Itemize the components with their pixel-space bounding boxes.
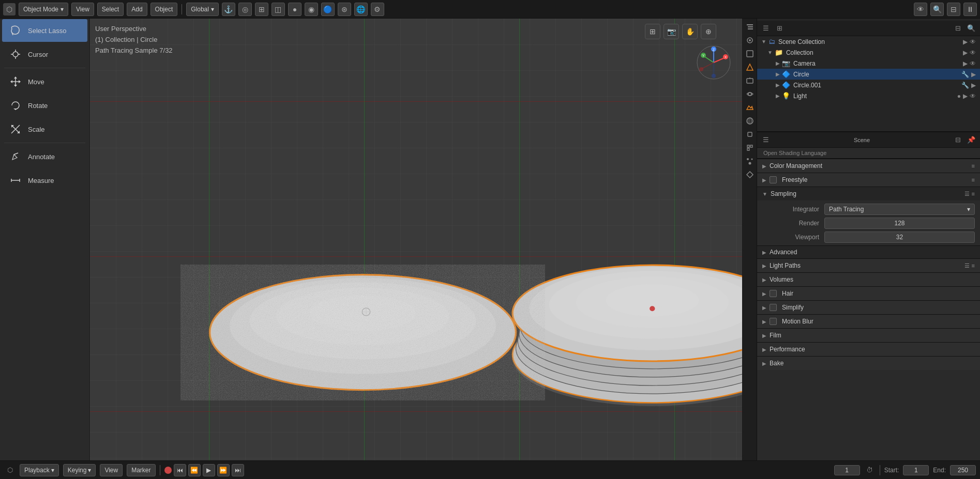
circle-item[interactable]: ▶ 🔷 Circle 🔧 ▶ bbox=[757, 69, 980, 80]
keying-dropdown[interactable]: Keying ▾ bbox=[63, 464, 96, 476]
world-icon[interactable] bbox=[744, 115, 756, 127]
view-icon[interactable] bbox=[744, 88, 756, 100]
advanced-subsection[interactable]: Advanced bbox=[757, 245, 980, 258]
color-management-section[interactable]: Color Management ≡ bbox=[757, 159, 980, 173]
circ001-restrict[interactable]: ▶ bbox=[971, 82, 976, 89]
editor-type-btn[interactable]: ⬡ bbox=[4, 465, 16, 476]
object-props-icon[interactable] bbox=[744, 128, 756, 141]
light-dot[interactable]: ● bbox=[957, 92, 961, 100]
physics-icon[interactable] bbox=[744, 168, 756, 181]
camera-item[interactable]: ▶ 📷 Camera ▶ 👁 bbox=[757, 58, 980, 69]
view-dropdown[interactable]: View bbox=[100, 464, 123, 476]
eye-icon[interactable]: 👁 bbox=[970, 38, 976, 45]
pause-btn[interactable]: ⏸ bbox=[963, 3, 977, 16]
freestyle-section[interactable]: Freestyle ≡ bbox=[757, 173, 980, 187]
circ-wrench[interactable]: 🔧 bbox=[961, 71, 969, 78]
motion-blur-checkbox[interactable] bbox=[770, 318, 777, 325]
viewport-value[interactable]: 32 bbox=[824, 231, 975, 243]
outliner-icon-btn[interactable]: ⊞ bbox=[774, 23, 785, 34]
proportional-edit[interactable]: ◎ bbox=[238, 3, 252, 16]
props-pin-btn[interactable]: 📌 bbox=[966, 134, 977, 146]
circle001-item[interactable]: ▶ 🔷 Circle.001 🔧 ▶ bbox=[757, 80, 980, 90]
cam-restrict-1[interactable]: ▶ bbox=[963, 60, 968, 67]
view-layer-icon[interactable] bbox=[744, 48, 756, 60]
integrator-dropdown[interactable]: Path Tracing ▾ bbox=[824, 204, 975, 215]
render-value[interactable]: 128 bbox=[824, 218, 975, 229]
play-btn[interactable]: ▶ bbox=[203, 464, 215, 476]
display-mode-3[interactable]: 🔵 bbox=[321, 3, 335, 16]
transform-orient-dropdown[interactable]: Global ▾ bbox=[186, 3, 219, 16]
scene-collection-item[interactable]: ▼ 🗂 Scene Collection ▶ 👁 bbox=[757, 36, 980, 47]
display-mode-5[interactable]: 🌐 bbox=[354, 3, 368, 16]
step-back-btn[interactable]: ⏪ bbox=[188, 464, 201, 476]
hair-checkbox[interactable] bbox=[770, 290, 777, 297]
performance-section[interactable]: Performance bbox=[757, 342, 980, 356]
light-restrict[interactable]: ▶ bbox=[963, 92, 968, 100]
simplify-section[interactable]: Simplify bbox=[757, 300, 980, 314]
cam-eye[interactable]: 👁 bbox=[970, 60, 976, 67]
snap-toggle[interactable]: ⚓ bbox=[222, 3, 235, 16]
viewport-shade[interactable]: 👁 bbox=[914, 3, 927, 16]
scene-icon[interactable] bbox=[744, 101, 756, 114]
navigation-gizmo[interactable]: Z X Y bbox=[696, 44, 732, 81]
xray-toggle[interactable]: ◫ bbox=[272, 3, 285, 16]
sampling-list-icon[interactable]: ☰ bbox=[964, 191, 970, 197]
props-filter-btn[interactable]: ⊟ bbox=[952, 134, 963, 146]
display-mode-6[interactable]: ⚙ bbox=[371, 3, 384, 16]
start-frame-input[interactable] bbox=[903, 465, 929, 475]
object-menu[interactable]: Object bbox=[150, 3, 178, 16]
volumes-section[interactable]: Volumes bbox=[757, 272, 980, 286]
search-btn[interactable]: 🔍 bbox=[930, 3, 944, 16]
visibility-icon[interactable]: ▶ bbox=[963, 38, 968, 45]
filter-btn[interactable]: ⊟ bbox=[947, 3, 960, 16]
hair-section[interactable]: Hair bbox=[757, 286, 980, 300]
display-mode-2[interactable]: ◉ bbox=[305, 3, 318, 16]
light-eye[interactable]: 👁 bbox=[970, 92, 976, 100]
tool-move[interactable]: Move bbox=[2, 70, 87, 93]
output-icon[interactable] bbox=[744, 74, 756, 87]
viewport[interactable]: User Perspective (1) Collection | Circle… bbox=[90, 19, 742, 460]
add-menu[interactable]: Add bbox=[127, 3, 147, 16]
engine-mode-dropdown[interactable]: Object Mode ▾ bbox=[19, 3, 68, 16]
skip-start-btn[interactable]: ⏮ bbox=[174, 464, 186, 476]
modifier-icon[interactable] bbox=[744, 142, 756, 154]
sampling-settings-icon[interactable]: ≡ bbox=[972, 191, 975, 197]
col-restrict-1[interactable]: ▶ bbox=[963, 49, 968, 56]
motion-blur-section[interactable]: Motion Blur bbox=[757, 314, 980, 328]
view-camera-btn[interactable]: 📷 bbox=[664, 24, 679, 39]
freestyle-checkbox[interactable] bbox=[770, 176, 777, 183]
bake-section[interactable]: Bake bbox=[757, 356, 980, 370]
view-menu[interactable]: View bbox=[71, 3, 94, 16]
outliner-filter[interactable]: ⊟ bbox=[952, 23, 963, 34]
current-frame-input[interactable] bbox=[834, 465, 860, 475]
view-pan-btn[interactable]: ✋ bbox=[682, 24, 698, 39]
overlay-toggle[interactable]: ⊞ bbox=[255, 3, 268, 16]
outliner-search[interactable]: 🔍 bbox=[966, 23, 977, 34]
outliner-menu[interactable]: ☰ bbox=[760, 23, 772, 34]
simplify-checkbox[interactable] bbox=[770, 304, 777, 311]
playback-dropdown[interactable]: Playback ▾ bbox=[20, 464, 59, 476]
select-menu[interactable]: Select bbox=[97, 3, 124, 16]
step-fwd-btn[interactable]: ⏩ bbox=[217, 464, 230, 476]
sampling-section-header[interactable]: Sampling ☰ ≡ bbox=[757, 187, 980, 200]
particles-icon[interactable] bbox=[744, 155, 756, 167]
tool-measure[interactable]: Measure bbox=[2, 169, 87, 192]
keyframe-icon[interactable]: ⏱ bbox=[864, 465, 876, 476]
circ-restrict[interactable]: ▶ bbox=[971, 71, 976, 78]
tool-select-lasso[interactable]: Select Lasso bbox=[2, 19, 87, 42]
view-zoom-btn[interactable]: ⊕ bbox=[701, 24, 716, 39]
properties-icon[interactable] bbox=[744, 34, 756, 47]
marker-dropdown[interactable]: Marker bbox=[127, 464, 155, 476]
display-mode-1[interactable]: ● bbox=[288, 3, 301, 16]
tool-scale[interactable]: Scale bbox=[2, 118, 87, 141]
film-section[interactable]: Film bbox=[757, 328, 980, 342]
record-btn[interactable] bbox=[164, 467, 172, 474]
skip-end-btn[interactable]: ⏭ bbox=[232, 464, 244, 476]
collection-item[interactable]: ▼ 📁 Collection ▶ 👁 bbox=[757, 47, 980, 58]
light-paths-section[interactable]: Light Paths ☰ ≡ bbox=[757, 258, 980, 272]
light-item[interactable]: ▶ 💡 Light ● ▶ 👁 bbox=[757, 90, 980, 101]
tool-rotate[interactable]: Rotate bbox=[2, 94, 87, 117]
render-icon[interactable] bbox=[744, 61, 756, 73]
end-frame-input[interactable] bbox=[950, 465, 976, 475]
outliner-icon[interactable] bbox=[744, 21, 756, 33]
